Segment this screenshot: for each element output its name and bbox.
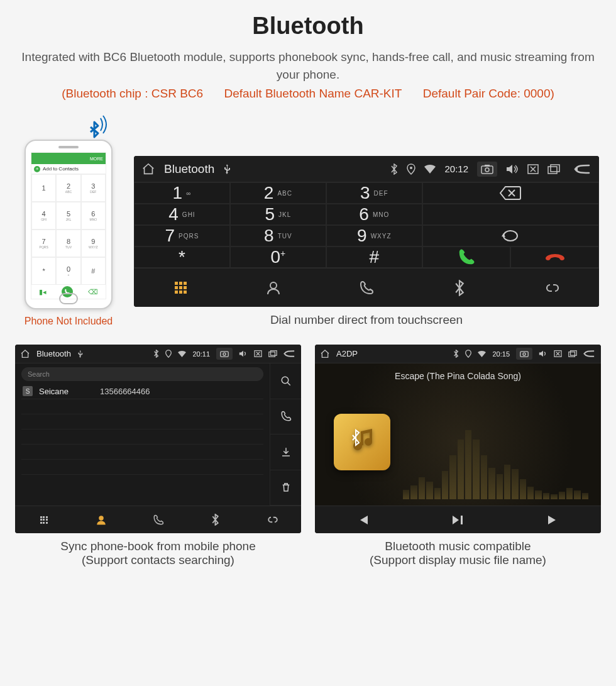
music-screen: A2DP 20:15 Escape (The Pina Colada Song) (315, 345, 601, 533)
side-download-icon[interactable] (270, 434, 301, 470)
next-track-button[interactable] (505, 506, 601, 533)
tab-pair[interactable] (244, 506, 301, 533)
dialer-key[interactable]: 6MNO (326, 204, 422, 225)
contacts-screen: Bluetooth 20:11 Search (15, 345, 301, 533)
side-delete-icon[interactable] (270, 470, 301, 506)
back-icon[interactable] (283, 350, 296, 358)
statusbar-time: 20:11 (192, 350, 210, 358)
phone-key: * (31, 257, 56, 285)
dialer-key[interactable]: 5JKL (230, 204, 326, 225)
hangup-button[interactable] (510, 246, 599, 268)
usb-icon (77, 350, 83, 358)
list-item (21, 432, 263, 445)
statusbar-time: 20:12 (444, 163, 468, 174)
svg-rect-18 (569, 352, 575, 357)
recent-apps-icon[interactable] (568, 350, 577, 357)
home-icon[interactable] (141, 162, 155, 176)
track-title: Escape (The Pina Colada Song) (315, 371, 601, 381)
contact-row[interactable]: S Seicane 13566664466 (21, 384, 263, 399)
phone-key: 9WXYZ (81, 230, 106, 257)
close-icon[interactable] (527, 164, 539, 174)
dialer-key[interactable]: * (134, 246, 230, 268)
tab-contacts[interactable] (227, 268, 320, 307)
screenshot-icon[interactable] (516, 348, 532, 360)
svg-rect-1 (481, 166, 493, 174)
tab-bluetooth[interactable] (187, 506, 244, 533)
svg-rect-6 (551, 165, 559, 172)
svg-rect-11 (269, 352, 275, 357)
phone-key: 4GHI (31, 202, 56, 230)
phone-key: 7PQRS (31, 230, 56, 257)
contacts-caption: Sync phone-book from mobile phone (Suppo… (60, 539, 256, 567)
search-input[interactable]: Search (21, 367, 263, 381)
empty-cell (422, 204, 599, 225)
wifi-icon (178, 351, 186, 357)
svg-rect-3 (485, 165, 490, 167)
phone-add-contacts: + Add to Contacts (31, 164, 106, 174)
tab-contacts[interactable] (72, 506, 129, 533)
redial-button[interactable] (422, 225, 599, 246)
page-subtitle: Integrated with BC6 Bluetooth module, su… (15, 48, 601, 83)
contact-name: Seicane (39, 387, 69, 396)
phone-add-label: Add to Contacts (43, 166, 79, 172)
tab-calllog[interactable] (320, 268, 413, 307)
play-pause-button[interactable] (410, 506, 506, 533)
dialer-key[interactable]: # (326, 246, 422, 268)
svg-rect-19 (571, 351, 577, 356)
dialer-key[interactable]: 3DEF (326, 182, 422, 204)
prev-track-button[interactable] (315, 506, 410, 533)
location-icon (407, 163, 415, 175)
phone-key: 0+ (56, 257, 80, 285)
tab-calllog[interactable] (129, 506, 187, 533)
bluetooth-specs: (Bluetooth chip : CSR BC6 Default Blueto… (15, 87, 601, 101)
dialer-key[interactable]: 4GHI (134, 204, 230, 225)
wifi-icon (478, 351, 486, 357)
list-item (21, 402, 263, 414)
recent-apps-icon[interactable] (547, 164, 560, 174)
bluetooth-icon (153, 350, 159, 358)
tab-bluetooth[interactable] (413, 268, 506, 307)
tab-keypad[interactable] (134, 268, 227, 307)
tab-keypad[interactable] (15, 506, 72, 533)
side-call-icon[interactable] (270, 399, 301, 435)
phone-backspace-icon: ⌫ (88, 288, 98, 296)
home-icon[interactable] (20, 349, 30, 359)
svg-point-13 (282, 377, 289, 384)
home-icon[interactable] (320, 349, 330, 359)
page-title: Bluetooth (15, 13, 601, 40)
bluetooth-icon (390, 163, 398, 175)
spec-code: Default Pair Code: 0000) (423, 87, 554, 100)
contact-badge: S (23, 386, 33, 396)
screenshot-icon[interactable] (216, 348, 233, 360)
music-caption: Bluetooth music compatible (Support disp… (370, 539, 546, 567)
svg-point-0 (410, 167, 412, 169)
backspace-button[interactable] (422, 182, 599, 204)
volume-icon[interactable] (506, 164, 519, 174)
bluetooth-icon (453, 350, 459, 358)
volume-icon[interactable] (539, 350, 547, 357)
back-icon[interactable] (583, 350, 596, 358)
dialer-screen: Bluetooth 20:12 (134, 156, 599, 307)
dialer-key[interactable]: 0+ (230, 246, 326, 268)
call-button[interactable] (422, 246, 511, 268)
svg-rect-5 (548, 167, 557, 174)
svg-point-7 (270, 282, 277, 289)
close-icon[interactable] (254, 350, 262, 357)
dialer-key[interactable]: 1∞ (134, 182, 230, 204)
recent-apps-icon[interactable] (268, 350, 277, 357)
screenshot-icon[interactable] (477, 162, 497, 177)
dialer-key[interactable]: 7PQRS (134, 225, 230, 246)
phone-key: 8TUV (56, 230, 80, 257)
side-search-icon[interactable] (270, 363, 301, 399)
back-icon[interactable] (574, 163, 591, 175)
phone-key: 1 (31, 174, 56, 202)
tab-pair[interactable] (506, 268, 599, 307)
close-icon[interactable] (554, 350, 562, 357)
volume-icon[interactable] (239, 350, 248, 357)
phone-video-icon: ▮◂ (39, 288, 47, 296)
dialer-key[interactable]: 2ABC (230, 182, 326, 204)
dialer-key[interactable]: 8TUV (230, 225, 326, 246)
dialer-key[interactable]: 9WXYZ (326, 225, 422, 246)
svg-point-2 (485, 168, 489, 172)
svg-rect-12 (271, 351, 277, 356)
